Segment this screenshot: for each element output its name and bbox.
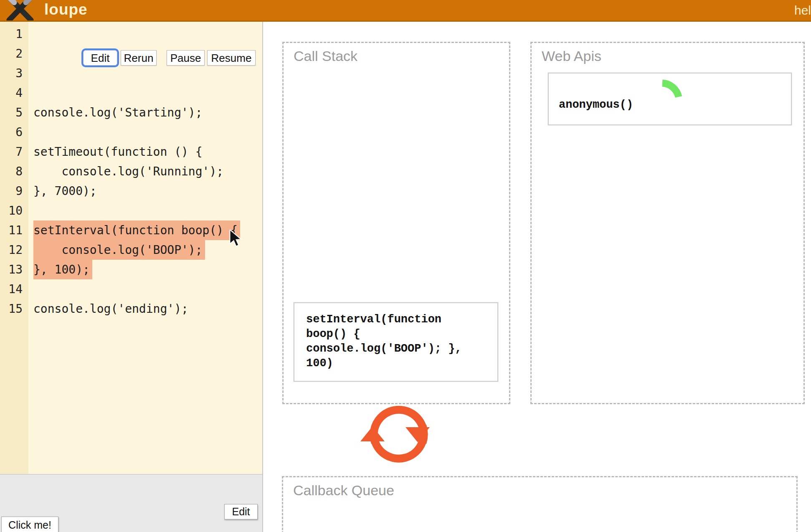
line-number: 3 bbox=[0, 63, 23, 83]
code-text: }, 100); bbox=[33, 260, 92, 279]
timer-spinner-icon bbox=[659, 78, 683, 100]
edit-output-button[interactable]: Edit bbox=[224, 504, 258, 519]
line-number: 5 bbox=[0, 103, 23, 122]
line-number: 6 bbox=[0, 122, 23, 142]
call-stack-frame: setInterval(function boop() { console.lo… bbox=[294, 302, 498, 382]
web-api-item: anonymous() bbox=[548, 73, 792, 125]
edit-button[interactable]: Edit bbox=[83, 50, 117, 66]
code-line: 7setTimeout(function () { bbox=[0, 142, 262, 162]
code-line: 3 bbox=[0, 63, 262, 83]
line-number: 15 bbox=[0, 299, 23, 319]
event-loop-icon bbox=[359, 403, 434, 466]
code-line: 5console.log('Starting'); bbox=[0, 103, 262, 122]
line-number: 4 bbox=[0, 83, 23, 103]
frame-code-line: boop() { bbox=[306, 327, 497, 342]
code-line: 14 bbox=[0, 279, 262, 299]
code-text: console.log('Running'); bbox=[33, 162, 223, 181]
line-number: 11 bbox=[0, 220, 23, 240]
call-stack-box: Call Stack setInterval(function boop() {… bbox=[282, 42, 510, 404]
code-text: setTimeout(function () { bbox=[33, 142, 203, 162]
code-line: 4 bbox=[0, 83, 262, 103]
help-link[interactable]: help bbox=[794, 3, 811, 18]
line-number: 13 bbox=[0, 260, 23, 279]
code-text: setInterval(function boop() { bbox=[33, 220, 240, 240]
code-editor-panel[interactable]: 1 2 3 4 5console.log('Starting'); 6 7set… bbox=[0, 22, 263, 532]
frame-code-line: setInterval(function bbox=[306, 312, 497, 327]
code-line: 15console.log('ending'); bbox=[0, 299, 262, 319]
call-stack-title: Call Stack bbox=[294, 48, 357, 64]
app-title: loupe bbox=[44, 1, 88, 18]
code-area: 1 2 3 4 5console.log('Starting'); 6 7set… bbox=[0, 24, 262, 319]
code-line: 11setInterval(function boop() { bbox=[0, 220, 262, 240]
code-text: console.log('BOOP'); bbox=[33, 240, 205, 260]
code-text: console.log('ending'); bbox=[33, 299, 188, 319]
line-number: 1 bbox=[0, 24, 23, 44]
line-number: 12 bbox=[0, 240, 23, 260]
output-panel: Click me! Edit bbox=[0, 474, 262, 532]
code-line: 13}, 100); bbox=[0, 260, 262, 279]
frame-code-line: 100) bbox=[306, 356, 497, 371]
line-number: 2 bbox=[0, 44, 23, 63]
line-number: 8 bbox=[0, 162, 23, 181]
line-number: 7 bbox=[0, 142, 23, 162]
code-line: 8 console.log('Running'); bbox=[0, 162, 262, 181]
click-me-button[interactable]: Click me! bbox=[1, 517, 58, 532]
callback-queue-title: Callback Queue bbox=[293, 482, 394, 499]
code-line: 12 console.log('BOOP'); bbox=[0, 240, 262, 260]
web-api-item-label: anonymous() bbox=[559, 98, 633, 112]
web-apis-box: Web Apis anonymous() bbox=[530, 42, 805, 404]
code-line: 1 bbox=[0, 24, 262, 44]
code-text: console.log('Starting'); bbox=[33, 103, 203, 122]
rerun-button[interactable]: Rerun bbox=[121, 50, 157, 66]
code-text: }, 7000); bbox=[33, 181, 97, 201]
crossed-tools-logo-icon bbox=[3, 0, 37, 22]
callback-queue-box: Callback Queue bbox=[282, 476, 798, 532]
line-number: 14 bbox=[0, 279, 23, 299]
resume-button[interactable]: Resume bbox=[207, 50, 256, 66]
line-number: 10 bbox=[0, 201, 23, 220]
mouse-cursor bbox=[229, 230, 243, 247]
line-number: 9 bbox=[0, 181, 23, 201]
code-line: 6 bbox=[0, 122, 262, 142]
code-line: 10 bbox=[0, 201, 262, 220]
code-line: 9}, 7000); bbox=[0, 181, 262, 201]
web-apis-title: Web Apis bbox=[542, 48, 601, 64]
pause-button[interactable]: Pause bbox=[167, 50, 205, 66]
app-header: loupe help bbox=[0, 0, 811, 22]
frame-code-line: console.log('BOOP'); }, bbox=[306, 342, 497, 356]
